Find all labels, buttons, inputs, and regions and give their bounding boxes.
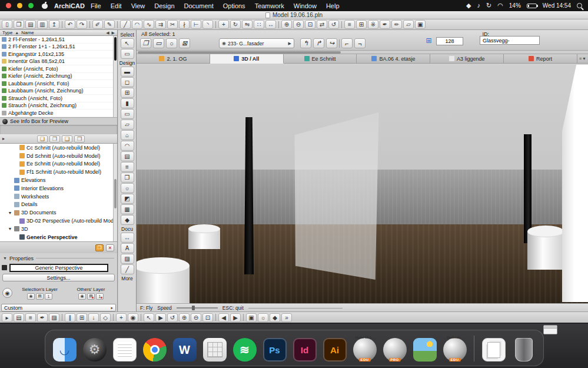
sun-settings-icon[interactable]: ☼ [258, 313, 268, 322]
disclosure-icon[interactable]: ▼ [8, 211, 12, 215]
cylinder-large[interactable] [137, 257, 190, 303]
menu-clock[interactable]: Wed 14:54 [543, 2, 571, 9]
library-item-strauch-foto[interactable]: Strauch (Ansicht, Foto) [0, 95, 117, 102]
layer-number-icon[interactable]: 1 [96, 293, 104, 300]
previous-view-icon[interactable]: ◀ [218, 313, 229, 322]
collapse-icon[interactable]: ▼ [3, 256, 7, 260]
library-scrollbar[interactable] [113, 36, 117, 117]
layer-settings-icon[interactable]: ≡ [25, 313, 36, 322]
menu-item[interactable]: File [91, 2, 101, 9]
app-colors-icon[interactable]: ◆ [466, 2, 471, 9]
lock-icon[interactable]: ▤ [36, 293, 44, 300]
tree-item-elevations[interactable]: Elevations [0, 176, 117, 184]
layer-combo[interactable]: ◉ 233- G...fasader ▶ [219, 38, 294, 48]
archicad-edu[interactable]: Model 19.0... EDU [351, 333, 378, 363]
scroll-right-icon[interactable]: ▶ [112, 31, 115, 35]
close-window-button[interactable] [6, 3, 11, 8]
layout-book-icon[interactable]: ❑ [62, 135, 72, 142]
pen-set-icon[interactable]: ✒ [37, 313, 48, 322]
coordinates-icon[interactable]: + [116, 313, 127, 322]
zoom-out-icon[interactable]: ⊖ [293, 20, 304, 29]
toolbar-icon[interactable] [89, 21, 90, 28]
fillet-icon[interactable]: ◝ [202, 20, 213, 29]
wifi-icon[interactable]: ◠ [497, 2, 503, 9]
sort-asc-icon[interactable]: ▲ [15, 31, 19, 35]
library-item-decke[interactable]: Abgehängte Decke [0, 110, 117, 117]
library-item-strauch-zeichnung[interactable]: Strauch (Ansicht, Zeichnung) [0, 102, 117, 110]
library-item-fenster-1[interactable]: 2 Fl-Fenster - 1,26x1,51 [0, 36, 117, 44]
grid-icon[interactable]: ⊞ [356, 20, 367, 29]
previous-selection-icon[interactable]: ↰ [300, 38, 311, 48]
menu-item[interactable]: Window [294, 2, 317, 9]
arc-icon[interactable]: ◠ [132, 20, 142, 29]
library-list-header[interactable]: Type ▲ Name ◀ ▶ [0, 30, 117, 36]
tab-3d-all[interactable]: 3D / All [210, 54, 284, 64]
more-options-icon[interactable]: » [281, 313, 292, 322]
lock-icon[interactable]: ▤ [87, 293, 95, 300]
project-map-icon[interactable]: ❏ [37, 135, 48, 142]
column-tool-icon[interactable]: ▮ [121, 98, 134, 108]
coordinates-grid-icon[interactable]: ⊞ [425, 37, 433, 45]
archicad-pro[interactable]: PRO [381, 333, 408, 363]
tree-item-ff1-schnitt[interactable]: Ff1 Schnitt (Auto-rebuild Model) [0, 168, 117, 176]
tab-a3-liggende[interactable]: A3 liggende [430, 54, 504, 64]
quick-layers-icon[interactable]: ▤ [14, 313, 24, 322]
multiply-icon[interactable]: ∷ [254, 20, 264, 29]
stretch-icon[interactable]: ↔ [265, 20, 276, 29]
camera-icon[interactable]: ▣ [415, 20, 426, 29]
open-file-icon[interactable]: ❐ [14, 20, 24, 29]
tracker-icon[interactable]: ◉ [128, 313, 138, 322]
shell-tool-icon[interactable]: ◠ [121, 141, 134, 151]
orbit-mode-icon[interactable]: ↺ [167, 313, 178, 322]
tree-item-3d-documents[interactable]: ▼ 3D Documents [0, 208, 117, 217]
slab-tool-icon[interactable]: ▱ [121, 120, 134, 130]
geometry-method-icon[interactable]: ○ [166, 38, 177, 48]
toolbar-icon[interactable] [243, 314, 244, 321]
3d-viewport[interactable] [137, 64, 588, 303]
beam-tool-icon[interactable]: ▭ [121, 109, 134, 119]
trash[interactable] [510, 333, 537, 363]
next-view-icon[interactable]: ▶ [230, 313, 241, 322]
orbit-icon[interactable]: ↺ [328, 20, 339, 29]
eraser-icon[interactable]: ▱ [403, 20, 414, 29]
stair-tool-icon[interactable]: ≡ [121, 162, 134, 172]
redo-icon[interactable]: ↷ [77, 20, 87, 29]
apple-menu-icon[interactable] [42, 2, 48, 9]
gravity-icon[interactable]: ↓ [88, 313, 99, 322]
fit-in-window-icon[interactable]: ⊡ [305, 20, 315, 29]
eye-icon[interactable]: ◉ [2, 288, 12, 298]
offset-icon[interactable]: ⇉ [155, 20, 166, 29]
fill-display-icon[interactable]: ▨ [49, 313, 59, 322]
element-settings-icon[interactable]: ❒ [140, 38, 151, 48]
delete-selection-icon[interactable]: ⊠ [179, 38, 190, 48]
cylinder-small[interactable] [188, 224, 220, 249]
element-snap-icon[interactable]: ◇ [100, 313, 111, 322]
image-viewer[interactable] [411, 333, 438, 363]
jump-selection-icon[interactable]: ↪ [326, 38, 337, 48]
panel-toggle-icon[interactable]: ▸ [2, 313, 12, 322]
system-preferences[interactable]: ⚙ [81, 333, 108, 363]
zoom-in-icon[interactable]: ⊕ [179, 313, 190, 322]
navigator-scrollbar[interactable] [113, 144, 117, 241]
mesh-tool-icon[interactable]: ▦ [121, 204, 134, 214]
finder[interactable]: ◡ [51, 333, 78, 363]
id-field[interactable] [480, 36, 540, 45]
tree-item-dd-schnitt[interactable]: Dd Schnitt (Auto-rebuild Model) [0, 152, 117, 160]
toolbar-icon[interactable] [278, 21, 279, 28]
textedit[interactable] [111, 333, 138, 363]
lamp-tool-icon[interactable]: ☼ [121, 183, 134, 193]
cylinder-right[interactable] [527, 226, 564, 270]
library-item-kiefer-foto[interactable]: Kiefer (Ansicht, Foto) [0, 65, 117, 73]
volume-icon[interactable]: ♪ [477, 2, 480, 9]
window-tool-icon[interactable]: ⊞ [121, 88, 134, 98]
next-selection-icon[interactable]: ↱ [313, 38, 324, 48]
disclosure-icon[interactable]: ▼ [8, 227, 12, 231]
infobar-icon[interactable] [339, 39, 340, 48]
layer-number-icon[interactable]: 1 [45, 293, 52, 300]
arrow-mode-icon[interactable]: ↖ [144, 313, 154, 322]
spotify[interactable]: ≋ [231, 333, 258, 363]
spotlight-search-icon[interactable] [577, 3, 582, 8]
undo-icon[interactable]: ↶ [65, 20, 75, 29]
trim-icon[interactable]: ✂ [167, 20, 178, 29]
speed-slider[interactable] [177, 307, 218, 309]
